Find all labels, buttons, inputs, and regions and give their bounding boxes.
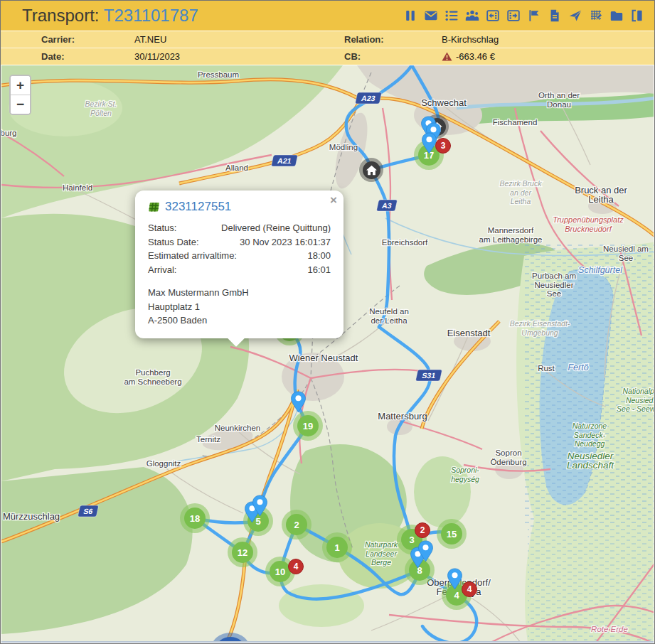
popup-row: Arrival:16:01 — [148, 263, 331, 277]
alert-count-badge: 2 — [415, 522, 430, 538]
info-row-2: Date: 30/11/2023 CB: -663.46 € — [1, 48, 654, 65]
title-bar: Transport: T231101787 — [1, 1, 654, 31]
popup-close-icon[interactable]: × — [330, 194, 337, 206]
home-icon — [363, 161, 380, 179]
stop-count: 2 — [286, 514, 307, 535]
popup-row-value: 18:00 — [307, 249, 331, 263]
popup-detail-rows: Status:Delivered (Reine Quittung)Status … — [148, 221, 331, 277]
stop-count: 12 — [232, 542, 253, 563]
folder-icon[interactable] — [609, 9, 624, 23]
transport-id: T231101787 — [104, 6, 198, 25]
side-panel-icon[interactable] — [630, 9, 644, 23]
marker-overlay: 17619185211210315843244 — [1, 65, 654, 641]
popup-row-label: Status: — [148, 221, 176, 235]
list-icon[interactable] — [444, 9, 459, 23]
alert-count-badge: 4 — [462, 581, 477, 597]
popup-row: Status:Delivered (Reine Quittung) — [148, 221, 331, 235]
date-label: Date: — [41, 51, 134, 62]
send-icon[interactable] — [568, 9, 582, 23]
date-value: 30/11/2023 — [134, 51, 344, 62]
popup-row-value: 16:01 — [307, 263, 331, 277]
bottom-band — [1, 641, 654, 643]
shipment-id-link[interactable]: 3231127551 — [165, 200, 231, 214]
pause-icon[interactable] — [403, 9, 417, 23]
toolbar — [403, 9, 644, 23]
table-prev-icon[interactable] — [486, 9, 500, 23]
shipment-icon — [148, 202, 160, 213]
delivery-popup: × 3231127551 Status:Delivered (Reine Qui… — [135, 190, 344, 338]
stop-cluster-marker[interactable]: 18 — [180, 503, 210, 533]
stop-cluster-marker[interactable]: 1 — [322, 532, 352, 562]
popup-row: Estimated arrivaltime:18:00 — [148, 249, 331, 263]
carrier-value: AT.NEU — [134, 34, 344, 45]
mail-icon[interactable] — [424, 9, 438, 23]
info-bar: Carrier: AT.NEU Relation: B-Kirchschlag … — [1, 31, 654, 65]
stop-count: 1 — [326, 537, 348, 558]
cb-value-wrap: -663.46 € — [442, 51, 495, 62]
alert-count-badge: 3 — [435, 138, 451, 154]
table-edit-icon[interactable] — [589, 9, 603, 23]
depot-marker[interactable] — [359, 158, 383, 182]
stop-cluster-marker[interactable]: 2 — [282, 510, 311, 540]
page-title: Transport: T231101787 — [22, 6, 198, 26]
map-canvas[interactable]: A23A21A3S31S6 PressbaumburgHainfeldMödli… — [1, 65, 654, 641]
warning-icon — [442, 52, 452, 61]
users-icon[interactable] — [465, 9, 479, 23]
cb-value: -663.46 € — [456, 51, 495, 62]
zoom-out-button[interactable]: − — [11, 95, 30, 114]
delivery-pin[interactable] — [252, 495, 268, 517]
flag-icon[interactable] — [527, 9, 541, 23]
transport-window: Transport: T231101787 Carrier: AT.NEU Re… — [0, 0, 655, 644]
popup-row-label: Status Date: — [148, 235, 199, 249]
delivery-pin[interactable] — [290, 391, 307, 413]
zoom-control: + − — [9, 75, 31, 115]
stop-cluster-marker[interactable]: 19 — [293, 411, 323, 441]
document-icon[interactable] — [548, 9, 562, 23]
zoom-in-button[interactable]: + — [11, 76, 30, 95]
stop-count: 18 — [184, 508, 206, 529]
delivery-pin[interactable] — [447, 568, 463, 590]
carrier-label: Carrier: — [41, 34, 134, 45]
delivery-pin[interactable] — [417, 540, 434, 562]
address-line: A-2500 Baden — [148, 313, 331, 328]
title-label: Transport: — [22, 6, 104, 25]
relation-value: B-Kirchschlag — [442, 34, 499, 45]
relation-label: Relation: — [344, 34, 442, 45]
popup-row-value: Delivered (Reine Quittung) — [221, 221, 331, 235]
alert-count-badge: 4 — [288, 559, 304, 574]
popup-row-value: 30 Nov 2023 16:01:37 — [240, 235, 331, 249]
popup-row-label: Arrival: — [148, 263, 176, 277]
address-line: Hauptplatz 1 — [148, 300, 331, 314]
popup-row: Status Date:30 Nov 2023 16:01:37 — [148, 235, 331, 249]
table-next-icon[interactable] — [506, 9, 521, 23]
delivery-pin[interactable] — [421, 132, 437, 154]
stop-count: 19 — [297, 415, 319, 436]
address-line: Max Mustermann GmbH — [148, 286, 331, 300]
popup-address: Max Mustermann GmbHHauptplatz 1A-2500 Ba… — [148, 286, 331, 328]
stop-cluster-marker[interactable]: 12 — [228, 537, 257, 567]
cb-label: CB: — [344, 51, 442, 62]
popup-row-label: Estimated arrivaltime: — [148, 249, 237, 263]
stop-count: 15 — [441, 523, 462, 544]
info-row-1: Carrier: AT.NEU Relation: B-Kirchschlag — [1, 31, 654, 48]
stop-cluster-marker[interactable]: 15 — [437, 519, 467, 549]
